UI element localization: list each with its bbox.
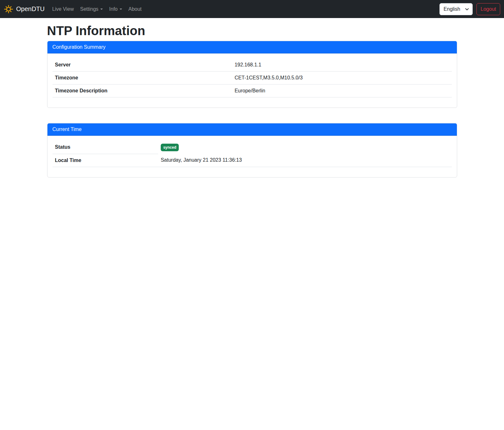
caret-down-icon bbox=[120, 9, 122, 10]
nav-item-about[interactable]: About bbox=[126, 4, 144, 15]
row-value-timezone-description: Europe/Berlin bbox=[232, 84, 451, 97]
navbar: OpenDTU Live View Settings Info About En… bbox=[0, 0, 504, 18]
nav-item-settings[interactable]: Settings bbox=[78, 4, 105, 15]
current-time-card: Current Time Status synced Local Time Sa… bbox=[47, 123, 457, 178]
nav-item-label: Info bbox=[109, 6, 118, 12]
nav-item-live-view[interactable]: Live View bbox=[50, 4, 76, 15]
row-value-server: 192.168.1.1 bbox=[232, 59, 451, 72]
nav-item-label: About bbox=[128, 6, 142, 12]
nav-item-info[interactable]: Info bbox=[107, 4, 125, 15]
configuration-summary-card: Configuration Summary Server 192.168.1.1… bbox=[47, 41, 457, 108]
row-value-local-time: Saturday, January 21 2023 11:36:13 bbox=[158, 154, 452, 167]
card-header-current-time: Current Time bbox=[47, 123, 457, 136]
logout-button[interactable]: Logout bbox=[476, 3, 500, 15]
row-label-local-time: Local Time bbox=[53, 154, 158, 167]
card-header-configuration-summary: Configuration Summary bbox=[47, 41, 457, 53]
row-value-timezone: CET-1CEST,M3.5.0,M10.5.0/3 bbox=[232, 72, 451, 84]
table-row: Status synced bbox=[53, 141, 452, 154]
main-content: NTP Information Configuration Summary Se… bbox=[43, 23, 461, 178]
language-select[interactable]: English bbox=[439, 3, 473, 15]
row-label-timezone: Timezone bbox=[53, 72, 232, 84]
current-time-table: Status synced Local Time Saturday, Janua… bbox=[53, 141, 452, 167]
table-row: Timezone CET-1CEST,M3.5.0,M10.5.0/3 bbox=[53, 72, 452, 84]
status-badge: synced bbox=[161, 144, 179, 151]
row-label-timezone-description: Timezone Description bbox=[53, 84, 232, 97]
row-label-server: Server bbox=[53, 59, 232, 72]
caret-down-icon bbox=[100, 9, 103, 10]
nav-links: Live View Settings Info About bbox=[50, 4, 146, 15]
card-body: Status synced Local Time Saturday, Janua… bbox=[47, 136, 457, 177]
configuration-summary-table: Server 192.168.1.1 Timezone CET-1CEST,M3… bbox=[53, 59, 452, 97]
brand-link[interactable]: OpenDTU bbox=[4, 4, 45, 14]
nav-item-label: Settings bbox=[80, 6, 98, 12]
card-body: Server 192.168.1.1 Timezone CET-1CEST,M3… bbox=[47, 53, 457, 108]
page-title: NTP Information bbox=[47, 23, 457, 38]
nav-item-label: Live View bbox=[52, 6, 74, 12]
brand-label: OpenDTU bbox=[16, 5, 45, 13]
table-row: Local Time Saturday, January 21 2023 11:… bbox=[53, 154, 452, 167]
navbar-right: English Logout bbox=[439, 3, 500, 15]
table-row: Timezone Description Europe/Berlin bbox=[53, 84, 452, 97]
language-select-wrap: English bbox=[439, 3, 473, 15]
row-label-status: Status bbox=[53, 141, 158, 154]
table-row: Server 192.168.1.1 bbox=[53, 59, 452, 72]
sun-icon bbox=[4, 4, 13, 14]
row-value-status: synced bbox=[158, 141, 452, 154]
